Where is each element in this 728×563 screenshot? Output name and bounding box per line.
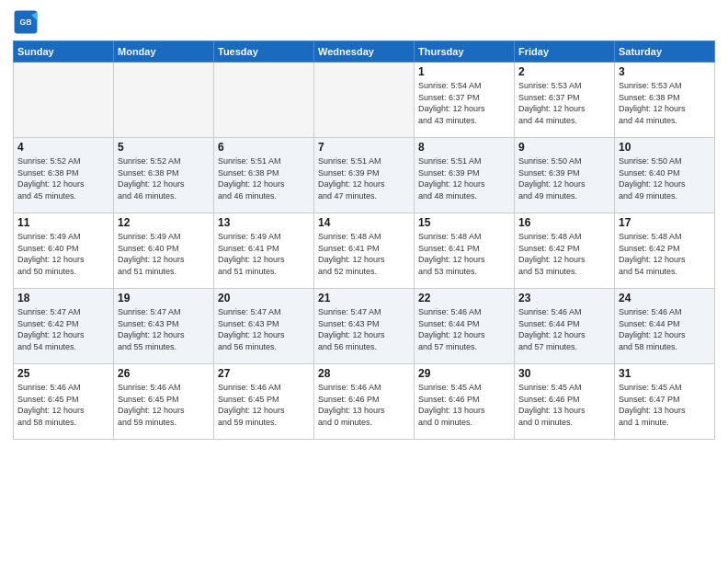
calendar-table: SundayMondayTuesdayWednesdayThursdayFrid…	[13, 40, 715, 440]
day-number: 1	[418, 65, 510, 78]
day-info: Sunrise: 5:47 AM Sunset: 6:43 PM Dayligh…	[118, 306, 210, 352]
calendar-cell: 3Sunrise: 5:53 AM Sunset: 6:38 PM Daylig…	[615, 63, 715, 138]
column-header-tuesday: Tuesday	[214, 41, 314, 63]
calendar-cell: 27Sunrise: 5:46 AM Sunset: 6:45 PM Dayli…	[214, 364, 314, 440]
calendar-cell: 10Sunrise: 5:50 AM Sunset: 6:40 PM Dayli…	[615, 138, 715, 213]
day-info: Sunrise: 5:46 AM Sunset: 6:44 PM Dayligh…	[418, 306, 510, 352]
calendar-cell: 21Sunrise: 5:47 AM Sunset: 6:43 PM Dayli…	[314, 289, 415, 364]
day-number: 20	[218, 292, 310, 304]
calendar-cell: 15Sunrise: 5:48 AM Sunset: 6:41 PM Dayli…	[415, 213, 515, 289]
calendar-cell	[214, 63, 314, 138]
calendar-cell: 8Sunrise: 5:51 AM Sunset: 6:39 PM Daylig…	[415, 138, 515, 213]
day-number: 9	[518, 141, 610, 154]
day-number: 4	[17, 141, 109, 154]
day-number: 14	[318, 216, 410, 229]
week-row-5: 25Sunrise: 5:46 AM Sunset: 6:45 PM Dayli…	[14, 364, 715, 440]
day-info: Sunrise: 5:49 AM Sunset: 6:41 PM Dayligh…	[218, 231, 310, 277]
week-row-2: 4Sunrise: 5:52 AM Sunset: 6:38 PM Daylig…	[14, 138, 715, 213]
day-number: 8	[418, 141, 510, 154]
day-info: Sunrise: 5:46 AM Sunset: 6:44 PM Dayligh…	[619, 306, 711, 352]
day-info: Sunrise: 5:47 AM Sunset: 6:42 PM Dayligh…	[17, 306, 109, 352]
day-number: 10	[619, 141, 711, 154]
day-info: Sunrise: 5:50 AM Sunset: 6:40 PM Dayligh…	[619, 155, 711, 201]
day-info: Sunrise: 5:47 AM Sunset: 6:43 PM Dayligh…	[218, 306, 310, 352]
day-number: 26	[118, 367, 210, 380]
column-header-wednesday: Wednesday	[314, 41, 415, 63]
calendar-cell: 17Sunrise: 5:48 AM Sunset: 6:42 PM Dayli…	[615, 213, 715, 289]
day-number: 6	[218, 141, 310, 154]
day-number: 28	[318, 367, 410, 380]
day-info: Sunrise: 5:46 AM Sunset: 6:44 PM Dayligh…	[518, 306, 610, 352]
calendar-page: GB SundayMondayTuesdayWednesdayThursdayF…	[0, 0, 728, 563]
day-number: 23	[518, 292, 610, 304]
column-header-friday: Friday	[515, 41, 615, 63]
day-number: 31	[619, 367, 711, 380]
day-info: Sunrise: 5:45 AM Sunset: 6:46 PM Dayligh…	[518, 382, 610, 428]
day-info: Sunrise: 5:54 AM Sunset: 6:37 PM Dayligh…	[418, 80, 510, 126]
day-info: Sunrise: 5:46 AM Sunset: 6:46 PM Dayligh…	[318, 382, 410, 428]
day-number: 13	[218, 216, 310, 229]
day-number: 29	[418, 367, 510, 380]
day-info: Sunrise: 5:48 AM Sunset: 6:41 PM Dayligh…	[318, 231, 410, 277]
calendar-cell: 26Sunrise: 5:46 AM Sunset: 6:45 PM Dayli…	[114, 364, 214, 440]
day-info: Sunrise: 5:50 AM Sunset: 6:39 PM Dayligh…	[518, 155, 610, 201]
day-number: 16	[518, 216, 610, 229]
day-info: Sunrise: 5:49 AM Sunset: 6:40 PM Dayligh…	[118, 231, 210, 277]
day-info: Sunrise: 5:45 AM Sunset: 6:46 PM Dayligh…	[418, 382, 510, 428]
calendar-cell: 6Sunrise: 5:51 AM Sunset: 6:38 PM Daylig…	[214, 138, 314, 213]
calendar-body: 1Sunrise: 5:54 AM Sunset: 6:37 PM Daylig…	[14, 63, 715, 440]
calendar-cell: 2Sunrise: 5:53 AM Sunset: 6:37 PM Daylig…	[515, 63, 615, 138]
day-info: Sunrise: 5:47 AM Sunset: 6:43 PM Dayligh…	[318, 306, 410, 352]
column-header-saturday: Saturday	[615, 41, 715, 63]
day-info: Sunrise: 5:46 AM Sunset: 6:45 PM Dayligh…	[218, 382, 310, 428]
calendar-cell: 18Sunrise: 5:47 AM Sunset: 6:42 PM Dayli…	[14, 289, 114, 364]
calendar-cell: 31Sunrise: 5:45 AM Sunset: 6:47 PM Dayli…	[615, 364, 715, 440]
calendar-cell: 19Sunrise: 5:47 AM Sunset: 6:43 PM Dayli…	[114, 289, 214, 364]
calendar-cell: 28Sunrise: 5:46 AM Sunset: 6:46 PM Dayli…	[314, 364, 415, 440]
calendar-cell: 11Sunrise: 5:49 AM Sunset: 6:40 PM Dayli…	[14, 213, 114, 289]
day-info: Sunrise: 5:51 AM Sunset: 6:38 PM Dayligh…	[218, 155, 310, 201]
day-number: 24	[619, 292, 711, 304]
calendar-cell: 23Sunrise: 5:46 AM Sunset: 6:44 PM Dayli…	[515, 289, 615, 364]
logo: GB	[13, 9, 42, 35]
day-number: 18	[17, 292, 109, 304]
day-info: Sunrise: 5:53 AM Sunset: 6:37 PM Dayligh…	[518, 80, 610, 126]
day-info: Sunrise: 5:49 AM Sunset: 6:40 PM Dayligh…	[17, 231, 109, 277]
calendar-cell: 20Sunrise: 5:47 AM Sunset: 6:43 PM Dayli…	[214, 289, 314, 364]
day-number: 11	[17, 216, 109, 229]
calendar-cell: 24Sunrise: 5:46 AM Sunset: 6:44 PM Dayli…	[615, 289, 715, 364]
day-number: 15	[418, 216, 510, 229]
day-info: Sunrise: 5:51 AM Sunset: 6:39 PM Dayligh…	[318, 155, 410, 201]
day-info: Sunrise: 5:46 AM Sunset: 6:45 PM Dayligh…	[17, 382, 109, 428]
day-info: Sunrise: 5:45 AM Sunset: 6:47 PM Dayligh…	[619, 382, 711, 428]
day-info: Sunrise: 5:48 AM Sunset: 6:42 PM Dayligh…	[518, 231, 610, 277]
day-info: Sunrise: 5:52 AM Sunset: 6:38 PM Dayligh…	[17, 155, 109, 201]
week-row-3: 11Sunrise: 5:49 AM Sunset: 6:40 PM Dayli…	[14, 213, 715, 289]
day-info: Sunrise: 5:51 AM Sunset: 6:39 PM Dayligh…	[418, 155, 510, 201]
calendar-cell	[114, 63, 214, 138]
calendar-cell: 1Sunrise: 5:54 AM Sunset: 6:37 PM Daylig…	[415, 63, 515, 138]
day-number: 2	[518, 65, 610, 78]
logo-icon: GB	[13, 9, 39, 35]
day-info: Sunrise: 5:48 AM Sunset: 6:42 PM Dayligh…	[619, 231, 711, 277]
calendar-cell: 9Sunrise: 5:50 AM Sunset: 6:39 PM Daylig…	[515, 138, 615, 213]
calendar-cell	[14, 63, 114, 138]
week-row-1: 1Sunrise: 5:54 AM Sunset: 6:37 PM Daylig…	[14, 63, 715, 138]
svg-text:GB: GB	[20, 17, 32, 27]
calendar-cell: 4Sunrise: 5:52 AM Sunset: 6:38 PM Daylig…	[14, 138, 114, 213]
calendar-cell: 30Sunrise: 5:45 AM Sunset: 6:46 PM Dayli…	[515, 364, 615, 440]
calendar-cell: 14Sunrise: 5:48 AM Sunset: 6:41 PM Dayli…	[314, 213, 415, 289]
calendar-cell: 25Sunrise: 5:46 AM Sunset: 6:45 PM Dayli…	[14, 364, 114, 440]
day-info: Sunrise: 5:52 AM Sunset: 6:38 PM Dayligh…	[118, 155, 210, 201]
day-number: 5	[118, 141, 210, 154]
day-number: 27	[218, 367, 310, 380]
calendar-cell: 13Sunrise: 5:49 AM Sunset: 6:41 PM Dayli…	[214, 213, 314, 289]
day-info: Sunrise: 5:48 AM Sunset: 6:41 PM Dayligh…	[418, 231, 510, 277]
column-header-sunday: Sunday	[14, 41, 114, 63]
week-row-4: 18Sunrise: 5:47 AM Sunset: 6:42 PM Dayli…	[14, 289, 715, 364]
header: GB	[13, 9, 715, 35]
calendar-cell: 12Sunrise: 5:49 AM Sunset: 6:40 PM Dayli…	[114, 213, 214, 289]
column-header-monday: Monday	[114, 41, 214, 63]
day-number: 21	[318, 292, 410, 304]
column-header-thursday: Thursday	[415, 41, 515, 63]
